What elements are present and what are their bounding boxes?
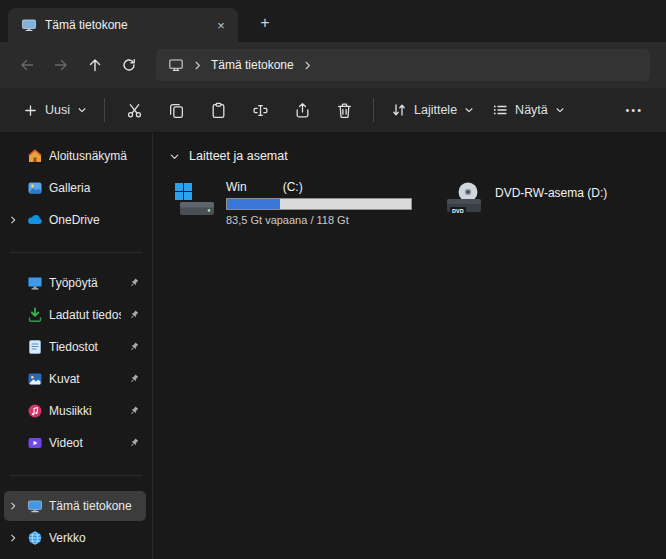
up-button[interactable] [78,48,112,82]
sidebar-item-home[interactable]: Aloitusnäkymä [4,141,146,171]
sidebar-item-label: Tämä tietokone [49,499,140,513]
dvd-drive-icon: DVD [442,180,486,220]
sort-button[interactable]: Lajittele [382,93,483,127]
section-title: Laitteet ja asemat [189,149,288,163]
delete-button[interactable] [323,93,365,127]
forward-button[interactable] [44,48,78,82]
sidebar-item-label: Musiikki [49,404,121,418]
sidebar-item-pictures[interactable]: Kuvat [4,364,146,394]
sidebar-item-label: Videot [49,436,121,450]
close-tab-button[interactable]: × [210,14,232,36]
view-button[interactable]: Näytä [483,93,574,127]
desktop-icon [26,275,43,292]
chevron-spacer [6,340,20,354]
sidebar-separator [0,237,152,268]
drives-group: Win (C:) 83,5 Gt vapaana / 118 Gt [169,176,666,230]
location-monitor-icon [168,57,184,73]
view-icon [492,102,508,118]
videos-icon [26,435,43,452]
this-pc-tab-icon [20,17,37,34]
devices-and-drives-header[interactable]: Laitteet ja asemat [169,145,666,167]
cut-button[interactable] [113,93,155,127]
navigation-pane: Aloitusnäkymä Galleria OneDrive [0,133,153,559]
cut-icon [126,102,143,119]
rename-icon [252,102,269,119]
chevron-down-icon [555,105,565,115]
paste-icon [210,102,227,119]
pin-icon [127,309,140,322]
pin-icon [127,437,140,450]
pictures-icon [26,371,43,388]
chevron-spacer [6,436,20,450]
share-icon [294,102,311,119]
chevron-spacer [6,149,20,163]
trash-icon [336,102,353,119]
navigation-bar: Tämä tietokone [0,42,666,88]
chevron-spacer [6,372,20,386]
sidebar-item-documents[interactable]: Tiedostot [4,332,146,362]
sidebar-item-videos[interactable]: Videot [4,428,146,458]
share-button[interactable] [281,93,323,127]
breadcrumb-this-pc[interactable]: Tämä tietokone [211,58,294,72]
drive-c-name: Win (C:) [226,180,412,194]
chevron-right-icon[interactable] [6,499,20,513]
sidebar-item-onedrive[interactable]: OneDrive [4,205,146,235]
chevron-spacer [6,308,20,322]
plus-icon [23,103,38,118]
sidebar-item-desktop[interactable]: Työpöytä [4,268,146,298]
sort-icon [391,102,407,118]
gallery-icon [26,180,43,197]
sidebar-item-label: Galleria [49,181,140,195]
view-button-label: Näytä [515,103,548,117]
documents-icon [26,339,43,356]
sidebar-item-downloads[interactable]: Ladatut tiedostot [4,300,146,330]
chevron-right-icon[interactable] [6,531,20,545]
chevron-down-icon [464,105,474,115]
address-bar[interactable]: Tämä tietokone [156,49,650,81]
ellipsis-icon: ••• [625,104,643,116]
dvd-text: DVD [452,208,464,214]
sidebar-item-music[interactable]: Musiikki [4,396,146,426]
tab-title: Tämä tietokone [45,18,202,32]
sidebar-item-label: Kuvat [49,372,121,386]
drive-d-tile[interactable]: DVD DVD-RW-asema (D:) [438,176,615,224]
drive-c-label: Win [226,180,247,194]
chevron-down-icon [77,105,87,115]
pin-icon [127,341,140,354]
new-tab-button[interactable]: + [252,10,278,36]
music-icon [26,403,43,420]
sidebar-item-network[interactable]: Verkko [4,523,146,553]
chevron-down-icon[interactable] [169,151,180,162]
drive-c-free-space: 83,5 Gt vapaana / 118 Gt [226,214,412,226]
back-button[interactable] [10,48,44,82]
drive-c-letter: (C:) [283,180,303,194]
onedrive-icon [26,212,43,229]
capacity-bar-fill [227,199,280,209]
hard-drive-windows-icon [173,180,217,220]
more-options-button[interactable]: ••• [616,93,652,127]
refresh-button[interactable] [112,48,146,82]
home-icon [26,148,43,165]
pin-icon [127,405,140,418]
sidebar-item-this-pc[interactable]: Tämä tietokone [4,491,146,521]
explorer-tab[interactable]: Tämä tietokone × [8,8,238,42]
this-pc-icon [26,498,43,515]
file-explorer-window: Tämä tietokone × + Tämä tietokone [0,0,666,559]
rename-button[interactable] [239,93,281,127]
sidebar-item-label: OneDrive [49,213,140,227]
pin-icon [127,277,140,290]
sidebar-item-gallery[interactable]: Galleria [4,173,146,203]
chevron-right-icon[interactable] [6,213,20,227]
toolbar-separator [104,98,105,122]
new-button[interactable]: Uusi [14,93,96,127]
breadcrumb-chevron-icon[interactable] [192,60,203,71]
breadcrumb-chevron-icon[interactable] [302,60,313,71]
titlebar: Tämä tietokone × + [0,0,666,42]
toolbar-separator [373,98,374,122]
sidebar-separator [0,460,152,491]
copy-button[interactable] [155,93,197,127]
sidebar-item-label: Tiedostot [49,340,121,354]
paste-button[interactable] [197,93,239,127]
drive-c-tile[interactable]: Win (C:) 83,5 Gt vapaana / 118 Gt [169,176,420,230]
drive-d-name: DVD-RW-asema (D:) [495,186,607,220]
